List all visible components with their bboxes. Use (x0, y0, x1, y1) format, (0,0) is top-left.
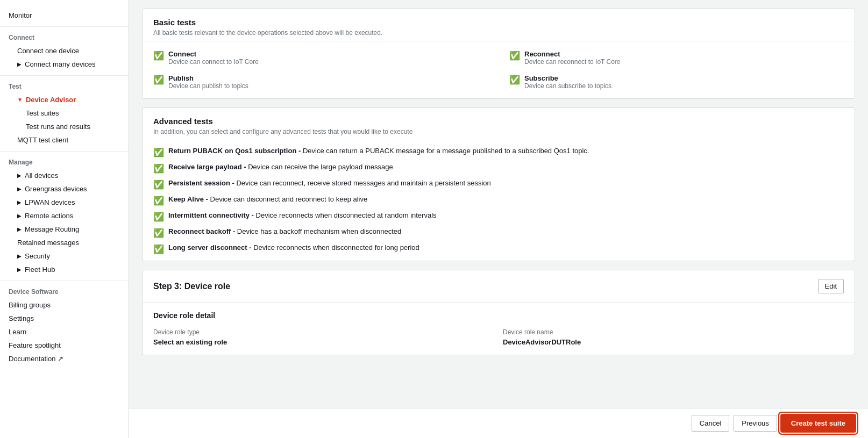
sidebar-item-documentation[interactable]: Documentation ↗ (0, 352, 129, 365)
advanced-item-bold: Reconnect backoff - (168, 227, 235, 235)
sidebar-item-retained-messages[interactable]: Retained messages (0, 236, 129, 249)
advanced-tests-list: ✅ Return PUBACK on Qos1 subscription - D… (143, 140, 855, 261)
chevron-down-icon: ▼ (17, 97, 23, 103)
sidebar-item-label: Remote actions (25, 212, 73, 220)
sidebar-item-label: Manage (9, 159, 33, 166)
check-circle-icon: ✅ (153, 196, 164, 206)
sidebar-item-billing-groups[interactable]: Billing groups (0, 298, 129, 312)
sidebar-item-message-routing[interactable]: ▶ Message Routing (0, 222, 129, 236)
sidebar-item-label: Documentation ↗ (9, 355, 63, 363)
sidebar-item-device-software: Device Software (0, 285, 129, 298)
cancel-button[interactable]: Cancel (692, 415, 729, 432)
test-item-desc: Device can subscribe to topics (524, 82, 611, 90)
advanced-item-desc: Device reconnects when disconnected for … (252, 243, 419, 252)
check-circle-icon: ✅ (153, 212, 164, 222)
sidebar-item-label: Device Software (9, 288, 59, 296)
check-circle-icon: ✅ (153, 51, 164, 61)
advanced-item-5: ✅ Reconnect backoff - Device has a backo… (153, 227, 844, 238)
advanced-tests-subtitle: In addition, you can select and configur… (153, 128, 844, 135)
chevron-right-icon: ▶ (17, 61, 22, 67)
step3-header: Step 3: Device role Edit (143, 270, 855, 303)
chevron-right-icon: ▶ (17, 186, 22, 192)
sidebar-item-label: Connect many devices (25, 60, 96, 68)
device-role-fields: Device role type Select an existing role… (153, 328, 844, 346)
sidebar-item-label: Monitor (9, 11, 32, 19)
basic-tests-card: Basic tests All basic tests relevant to … (142, 9, 855, 99)
sidebar-section-manage: Manage ▶ All devices ▶ Greengrass device… (0, 156, 129, 281)
sidebar-item-device-advisor[interactable]: ▼ Device Advisor (0, 93, 129, 106)
check-circle-icon: ✅ (153, 244, 164, 254)
sidebar-item-test-runs-results[interactable]: Test runs and results (0, 120, 129, 133)
device-role-type-field: Device role type Select an existing role (153, 328, 494, 346)
sidebar-item-label: Feature spotlight (9, 341, 61, 349)
chevron-right-icon: ▶ (17, 213, 22, 219)
advanced-item-desc: Device can disconnect and reconnect to k… (208, 195, 367, 203)
device-role-name-label: Device role name (503, 328, 844, 336)
sidebar-item-test-suites[interactable]: Test suites (0, 106, 129, 120)
test-item-desc: Device can reconnect to IoT Core (524, 58, 621, 66)
sidebar-item-connect-many-devices[interactable]: ▶ Connect many devices (0, 58, 129, 71)
sidebar-item-greengrass-devices[interactable]: ▶ Greengrass devices (0, 182, 129, 196)
sidebar-item-security[interactable]: ▶ Security (0, 249, 129, 263)
sidebar-item-settings[interactable]: Settings (0, 312, 129, 325)
advanced-tests-header: Advanced tests In addition, you can sele… (143, 108, 855, 140)
sidebar-item-mqtt-test-client[interactable]: MQTT test client (0, 133, 129, 147)
sidebar-item-feature-spotlight[interactable]: Feature spotlight (0, 339, 129, 352)
advanced-item-desc: Device can receive the large payload mes… (246, 163, 393, 171)
test-item-name: Reconnect (524, 50, 621, 58)
advanced-item-desc: Device can reconnect, receive stored mes… (234, 179, 491, 187)
create-test-suite-button[interactable]: Create test suite (781, 415, 855, 432)
device-role-name-field: Device role name DeviceAdvisorDUTRole (503, 328, 844, 346)
sidebar-item-label: Learn (9, 328, 26, 336)
sidebar-item-label: Retained messages (17, 239, 79, 247)
basic-tests-subtitle: All basic tests relevant to the device o… (153, 29, 844, 37)
chevron-right-icon: ▶ (17, 267, 22, 272)
sidebar-item-manage: Manage (0, 156, 129, 169)
advanced-item-bold: Keep Alive - (168, 195, 208, 203)
sidebar-item-label: Settings (9, 314, 34, 322)
sidebar-item-label: Message Routing (25, 225, 79, 233)
test-item-name: Subscribe (524, 74, 611, 82)
sidebar-item-test: Test (0, 80, 129, 93)
sidebar-item-remote-actions[interactable]: ▶ Remote actions (0, 209, 129, 222)
test-item-desc: Device can publish to topics (168, 82, 248, 90)
advanced-item-3: ✅ Keep Alive - Device can disconnect and… (153, 195, 844, 206)
sidebar-item-fleet-hub[interactable]: ▶ Fleet Hub (0, 263, 129, 276)
sidebar-item-learn[interactable]: Learn (0, 325, 129, 339)
check-circle-icon: ✅ (509, 51, 520, 61)
test-item-subscribe: ✅ Subscribe Device can subscribe to topi… (509, 74, 844, 90)
advanced-tests-card: Advanced tests In addition, you can sele… (142, 107, 855, 261)
sidebar-item-label: Connect one device (17, 47, 79, 55)
test-item-name: Connect (168, 50, 259, 58)
sidebar-item-monitor[interactable]: Monitor (0, 9, 129, 22)
advanced-item-bold: Return PUBACK on Qos1 subscription - (168, 147, 301, 155)
basic-tests-grid: ✅ Connect Device can connect to IoT Core… (143, 41, 855, 98)
advanced-tests-title: Advanced tests (153, 117, 844, 126)
sidebar-item-label: LPWAN devices (25, 198, 75, 206)
device-role-detail-title: Device role detail (153, 311, 844, 320)
step3-title: Step 3: Device role (153, 282, 230, 291)
sidebar-item-all-devices[interactable]: ▶ All devices (0, 169, 129, 182)
advanced-item-4: ✅ Intermittent connectivity - Device rec… (153, 211, 844, 222)
sidebar-section-device-software: Device Software (0, 285, 129, 298)
sidebar-section-test: Test ▼ Device Advisor Test suites Test r… (0, 80, 129, 152)
device-role-type-value: Select an existing role (153, 338, 494, 346)
main-content: Basic tests All basic tests relevant to … (129, 0, 868, 438)
advanced-item-1: ✅ Receive large payload - Device can rec… (153, 163, 844, 174)
sidebar-item-connect-one-device[interactable]: Connect one device (0, 44, 129, 58)
sidebar-section-connect: Connect Connect one device ▶ Connect man… (0, 31, 129, 76)
device-role-name-value: DeviceAdvisorDUTRole (503, 338, 844, 346)
sidebar-item-lpwan-devices[interactable]: ▶ LPWAN devices (0, 196, 129, 209)
advanced-item-desc: Device has a backoff mechanism when disc… (235, 227, 401, 235)
previous-button[interactable]: Previous (734, 415, 777, 432)
advanced-item-desc: Device can return a PUBACK message for a… (301, 147, 589, 155)
test-item-name: Publish (168, 74, 248, 82)
basic-tests-header: Basic tests All basic tests relevant to … (143, 9, 855, 41)
footer-bar: Cancel Previous Create test suite (129, 408, 868, 438)
check-circle-icon: ✅ (153, 228, 164, 238)
device-role-type-label: Device role type (153, 328, 494, 336)
check-circle-icon: ✅ (509, 75, 520, 85)
advanced-item-bold: Persistent session - (168, 179, 234, 187)
advanced-item-6: ✅ Long server disconnect - Device reconn… (153, 243, 844, 254)
edit-button[interactable]: Edit (818, 279, 844, 293)
